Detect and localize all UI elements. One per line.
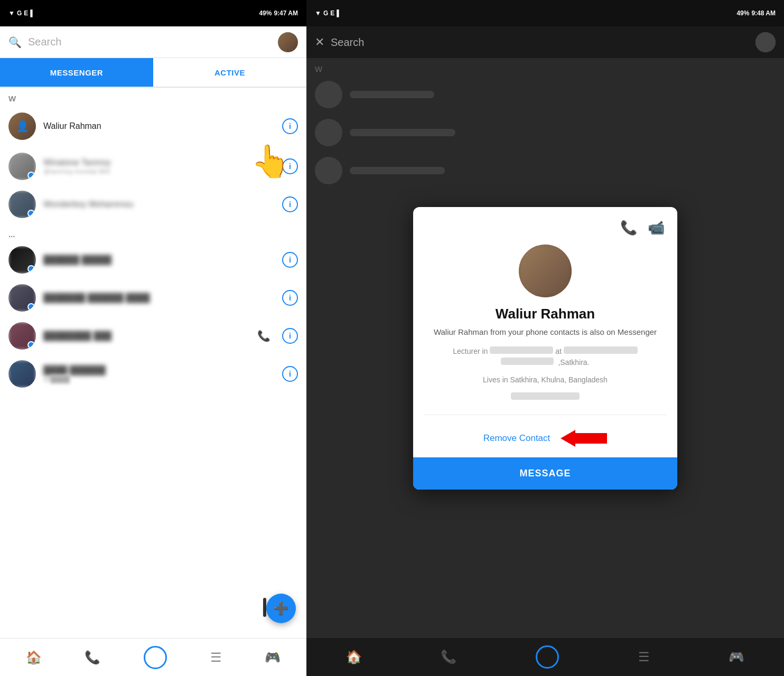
right-time: 9:48 AM	[751, 10, 776, 17]
left-signal-icons: ▼ G E▐	[8, 10, 33, 17]
contact6-info: ████████ ███	[43, 331, 250, 341]
blurred-area	[501, 358, 554, 365]
online-indicator-5	[27, 341, 35, 349]
remove-contact-button[interactable]: Remove Contact	[483, 433, 550, 444]
section-w: W	[0, 88, 306, 105]
modal-info-at: at	[555, 347, 564, 355]
right-nav-home[interactable]: 🏠	[346, 650, 362, 664]
wonderboy-name: Wonderboy Mohammou	[43, 200, 275, 209]
search-icon: 🔍	[8, 36, 22, 49]
modal-overlay: 📞 📹 Waliur Rahman Waliur Rahman from you…	[306, 58, 784, 638]
contact5-avatar	[8, 284, 36, 312]
contact7-name: ████ ██████	[43, 365, 275, 375]
nav-game-icon[interactable]: 🎮	[265, 650, 281, 665]
modal-divider	[424, 415, 667, 415]
contact-item-wonderboy[interactable]: Wonderboy Mohammou i	[0, 185, 306, 223]
modal-avatar	[519, 245, 572, 297]
contact7-info-button[interactable]: i	[282, 366, 298, 382]
online-indicator-2	[27, 210, 35, 217]
modal-avatar-wrap	[413, 236, 677, 306]
section-dots: ...	[0, 223, 306, 241]
online-indicator-3	[27, 265, 35, 273]
nav-camera-button[interactable]	[144, 646, 167, 669]
right-nav-game[interactable]: 🎮	[729, 650, 744, 664]
contact-item-6[interactable]: ████████ ███ 📞 i	[0, 317, 306, 355]
contacts-list: W 👤 Waliur Rahman i 👆 Winatone Tanmoy @t…	[0, 88, 306, 638]
contact-item-winatone[interactable]: Winatone Tanmoy @tanmoy.mondal.965 i	[0, 147, 306, 185]
right-wifi-icon: ▼	[315, 10, 321, 17]
left-bottom-nav: 🏠 📞 ☰ 🎮	[0, 638, 306, 676]
waliur-avatar: 👤	[8, 112, 36, 140]
message-button[interactable]: MESSAGE	[413, 457, 677, 490]
blurred-place	[564, 346, 638, 354]
contact4-info: ██████ █████	[43, 255, 275, 265]
nav-home-icon[interactable]: 🏠	[26, 650, 42, 665]
modal-video-icon[interactable]: 📹	[648, 220, 665, 236]
tab-active[interactable]: ACTIVE	[153, 58, 306, 87]
add-contact-fab[interactable]: ➕	[266, 594, 296, 623]
modal-info-lecturer: Lecturer in	[453, 347, 490, 355]
blurred-org	[490, 346, 553, 354]
contact4-info-button[interactable]: i	[282, 252, 298, 268]
right-search-bar[interactable]: ✕ Search	[306, 26, 784, 58]
waliur-info: Waliur Rahman	[43, 121, 275, 131]
nav-phone-icon[interactable]: 📞	[85, 650, 100, 665]
right-nav-phone[interactable]: 📞	[441, 650, 456, 664]
winatone-name: Winatone Tanmoy	[43, 158, 275, 167]
right-nav-list[interactable]: ☰	[638, 650, 650, 664]
winatone-avatar	[8, 153, 36, 180]
modal-info-location: Lives in Satkhira, Khulna, Bangladesh	[413, 374, 677, 389]
wonderboy-info: Wonderboy Mohammou	[43, 200, 275, 209]
modal-phone-icon[interactable]: 📞	[620, 220, 637, 236]
winatone-info-button[interactable]: i	[282, 158, 298, 174]
nav-list-icon[interactable]: ☰	[210, 650, 222, 665]
waliur-info-button[interactable]: i	[282, 118, 298, 134]
red-arrow-icon	[561, 430, 607, 447]
winatone-sub: @tanmoy.mondal.965	[43, 167, 275, 175]
tab-messenger[interactable]: MESSENGER	[0, 58, 153, 87]
contact6-info-button[interactable]: i	[282, 328, 298, 344]
contact-item-waliur[interactable]: 👤 Waliur Rahman i	[0, 105, 306, 147]
left-search-bar[interactable]: 🔍 Search	[0, 26, 306, 58]
modal-contact-name: Waliur Rahman	[413, 306, 677, 326]
left-status-bar: ▼ G E▐ 49% 9:47 AM	[0, 0, 306, 26]
contact7-avatar	[8, 360, 36, 388]
battery-percent: 49%	[259, 10, 272, 17]
contact5-info-button[interactable]: i	[282, 290, 298, 306]
search-input[interactable]: Search	[28, 36, 272, 48]
right-search-input[interactable]: Search	[331, 36, 749, 49]
signal-g-icon: G	[17, 10, 22, 17]
modal-contact-subtitle: Waliur Rahman from your phone contacts i…	[413, 326, 677, 346]
contact4-avatar	[8, 246, 36, 274]
phone-call-icon[interactable]: 📞	[257, 330, 270, 342]
contact-modal: 📞 📹 Waliur Rahman Waliur Rahman from you…	[413, 207, 677, 490]
tab-bar: MESSENGER ACTIVE	[0, 58, 306, 88]
contact4-name: ██████ █████	[43, 255, 275, 265]
contact7-info: ████ ██████ @████	[43, 365, 275, 383]
close-icon[interactable]: ✕	[315, 35, 324, 49]
blurred-phone	[511, 392, 580, 400]
right-nav-camera[interactable]	[536, 645, 559, 669]
right-signal-e: E▐	[330, 10, 339, 17]
online-indicator-4	[27, 303, 35, 311]
right-panel: ▼ G E▐ 49% 9:48 AM ✕ Search W	[306, 0, 784, 676]
contact5-info: ███████ ██████ ████	[43, 293, 275, 303]
contact6-name: ████████ ███	[43, 331, 250, 341]
contact-item-4[interactable]: ██████ █████ i	[0, 241, 306, 279]
modal-info-phone	[413, 392, 677, 406]
left-user-avatar[interactable]	[278, 32, 298, 52]
wonderboy-info-button[interactable]: i	[282, 196, 298, 212]
right-battery: 49%	[736, 10, 749, 17]
modal-info-work: Lecturer in at ,Satkhira.	[413, 346, 677, 371]
right-status-bar: ▼ G E▐ 49% 9:48 AM	[306, 0, 784, 26]
winatone-info: Winatone Tanmoy @tanmoy.mondal.965	[43, 158, 275, 175]
contact-item-7[interactable]: ████ ██████ @████ i	[0, 355, 306, 393]
contact-item-5[interactable]: ███████ ██████ ████ i	[0, 279, 306, 317]
online-indicator	[27, 172, 35, 179]
right-signal-icons: ▼ G E▐	[315, 10, 339, 17]
wifi-icon: ▼	[8, 10, 15, 17]
contact6-avatar	[8, 322, 36, 350]
contact5-name: ███████ ██████ ████	[43, 293, 275, 303]
modal-info-satkhira: ,Satkhira.	[558, 358, 589, 367]
right-user-avatar[interactable]	[755, 32, 776, 52]
